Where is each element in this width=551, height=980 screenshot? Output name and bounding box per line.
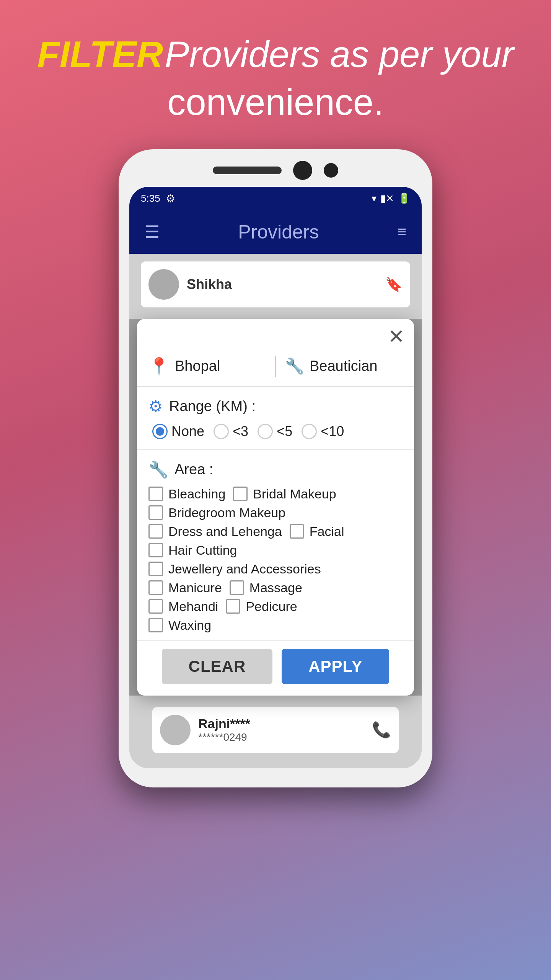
clear-button[interactable]: CLEAR bbox=[162, 649, 273, 684]
checkbox-row-6: Manicure Massage bbox=[148, 580, 403, 595]
bleaching-checkbox[interactable] bbox=[148, 487, 163, 501]
facial-label: Facial bbox=[310, 524, 344, 539]
area-section: 🔧 Area : Bleaching bbox=[137, 450, 414, 637]
service-section: 🔧 Beautician bbox=[285, 357, 403, 375]
range-header: ⚙ Range (KM) : bbox=[148, 397, 403, 416]
status-right: ▾ ▮✕ 🔋 bbox=[372, 193, 410, 204]
jewellery-checkbox[interactable] bbox=[148, 562, 163, 576]
bottom-bg-content: Rajni**** ******0249 📞 bbox=[129, 696, 422, 768]
phone-top-bar bbox=[129, 161, 422, 180]
mehandi-checkbox[interactable] bbox=[148, 599, 163, 614]
area-icon: 🔧 bbox=[148, 460, 168, 479]
dress-lehenga-label: Dress and Lehenga bbox=[168, 524, 282, 539]
checkbox-hair-cutting[interactable]: Hair Cutting bbox=[148, 543, 237, 558]
bottom-provider-avatar bbox=[160, 715, 191, 745]
range-3-label: <3 bbox=[233, 423, 248, 439]
radio-10-circle[interactable] bbox=[302, 424, 317, 439]
range-none-label: None bbox=[171, 423, 204, 439]
bg-provider-card: Shikha 🔖 bbox=[141, 261, 410, 307]
location-pin-icon: 📍 bbox=[148, 356, 170, 376]
checkbox-jewellery[interactable]: Jewellery and Accessories bbox=[148, 562, 321, 577]
bridegroom-makeup-checkbox[interactable] bbox=[148, 505, 163, 520]
checkbox-manicure[interactable]: Manicure bbox=[148, 580, 222, 595]
hamburger-icon[interactable]: ☰ bbox=[145, 224, 160, 240]
checkbox-row-3: Dress and Lehenga Facial bbox=[148, 524, 403, 539]
checkbox-row-2: Bridegroom Makeup bbox=[148, 505, 403, 520]
location-text[interactable]: Bhopal bbox=[175, 358, 220, 374]
bookmark-icon: 🔖 bbox=[385, 276, 403, 292]
battery-icon: 🔋 bbox=[398, 193, 410, 204]
page-wrapper: FILTER Providers as per your convenience… bbox=[0, 0, 551, 980]
checkbox-row-4: Hair Cutting bbox=[148, 543, 403, 558]
massage-label: Massage bbox=[249, 580, 302, 595]
status-left: 5:35 ⚙ bbox=[141, 192, 175, 205]
service-text[interactable]: Beautician bbox=[310, 358, 377, 374]
waxing-checkbox[interactable] bbox=[148, 618, 163, 632]
provider-avatar bbox=[148, 269, 179, 300]
range-option-5[interactable]: <5 bbox=[258, 423, 292, 439]
app-bar: ☰ Providers ≡ bbox=[129, 210, 422, 254]
modal-buttons: CLEAR APPLY bbox=[137, 640, 414, 696]
bottom-provider-phone: ******0249 bbox=[198, 731, 364, 743]
manicure-checkbox[interactable] bbox=[148, 580, 163, 595]
massage-checkbox[interactable] bbox=[230, 580, 244, 595]
app-bar-title: Providers bbox=[238, 221, 319, 243]
modal-location-row: 📍 Bhopal 🔧 Beautician bbox=[137, 350, 414, 387]
phone-camera-main bbox=[293, 161, 312, 180]
pedicure-checkbox[interactable] bbox=[226, 599, 240, 614]
range-10-label: <10 bbox=[321, 423, 344, 439]
radio-none-circle[interactable] bbox=[152, 424, 168, 439]
radio-none-inner bbox=[156, 427, 164, 436]
range-icon: ⚙ bbox=[148, 397, 163, 416]
modal-close-row: ✕ bbox=[137, 319, 414, 350]
status-time: 5:35 bbox=[141, 193, 160, 204]
checkbox-row-7: Mehandi Pedicure bbox=[148, 599, 403, 614]
status-bar: 5:35 ⚙ ▾ ▮✕ 🔋 bbox=[129, 187, 422, 210]
checkbox-pedicure[interactable]: Pedicure bbox=[226, 599, 297, 614]
provider-name: Shikha bbox=[187, 276, 232, 292]
checkbox-waxing[interactable]: Waxing bbox=[148, 618, 211, 633]
services-checkbox-grid: Bleaching Bridal Makeup bbox=[148, 487, 403, 633]
wifi-icon: ▾ bbox=[372, 193, 377, 204]
phone-screen: 5:35 ⚙ ▾ ▮✕ 🔋 ☰ Providers ≡ Shikha bbox=[129, 187, 422, 768]
call-icon[interactable]: 📞 bbox=[372, 721, 391, 739]
jewellery-label: Jewellery and Accessories bbox=[168, 562, 321, 577]
range-option-10[interactable]: <10 bbox=[302, 423, 344, 439]
close-button[interactable]: ✕ bbox=[388, 327, 405, 346]
bridal-makeup-label: Bridal Makeup bbox=[253, 487, 336, 501]
radio-3-circle[interactable] bbox=[214, 424, 229, 439]
range-5-label: <5 bbox=[277, 423, 292, 439]
radio-5-circle[interactable] bbox=[258, 424, 273, 439]
range-option-none[interactable]: None bbox=[152, 423, 204, 439]
checkbox-bridal-makeup[interactable]: Bridal Makeup bbox=[233, 487, 336, 501]
bleaching-label: Bleaching bbox=[168, 487, 225, 501]
filter-list-icon[interactable]: ≡ bbox=[398, 223, 406, 240]
range-option-3[interactable]: <3 bbox=[214, 423, 248, 439]
header-rest: convenience. bbox=[37, 78, 514, 126]
bridal-makeup-checkbox[interactable] bbox=[233, 487, 248, 501]
phone-speaker bbox=[213, 167, 282, 174]
pedicure-label: Pedicure bbox=[246, 599, 297, 614]
facial-checkbox[interactable] bbox=[290, 524, 304, 539]
checkbox-bleaching[interactable]: Bleaching bbox=[148, 487, 225, 501]
hair-cutting-label: Hair Cutting bbox=[168, 543, 237, 558]
bg-content: Shikha 🔖 bbox=[129, 254, 422, 319]
checkbox-facial[interactable]: Facial bbox=[290, 524, 344, 539]
bottom-provider-name: Rajni**** bbox=[198, 716, 364, 731]
bottom-provider-card: Rajni**** ******0249 📞 bbox=[152, 707, 399, 753]
checkbox-bridegroom-makeup[interactable]: Bridegroom Makeup bbox=[148, 505, 285, 520]
dress-lehenga-checkbox[interactable] bbox=[148, 524, 163, 539]
range-section: ⚙ Range (KM) : None bbox=[137, 387, 414, 450]
checkbox-dress-lehenga[interactable]: Dress and Lehenga bbox=[148, 524, 282, 539]
area-header: 🔧 Area : bbox=[148, 460, 403, 479]
hair-cutting-checkbox[interactable] bbox=[148, 543, 163, 557]
vertical-divider bbox=[275, 356, 276, 377]
apply-button[interactable]: APPLY bbox=[282, 649, 389, 684]
checkbox-mehandi[interactable]: Mehandi bbox=[148, 599, 218, 614]
bottom-provider-info: Rajni**** ******0249 bbox=[198, 716, 364, 743]
filter-modal: ✕ 📍 Bhopal 🔧 Beautician bbox=[137, 319, 414, 696]
checkbox-massage[interactable]: Massage bbox=[230, 580, 302, 595]
gear-icon: ⚙ bbox=[166, 192, 175, 205]
waxing-label: Waxing bbox=[168, 618, 211, 633]
manicure-label: Manicure bbox=[168, 580, 222, 595]
